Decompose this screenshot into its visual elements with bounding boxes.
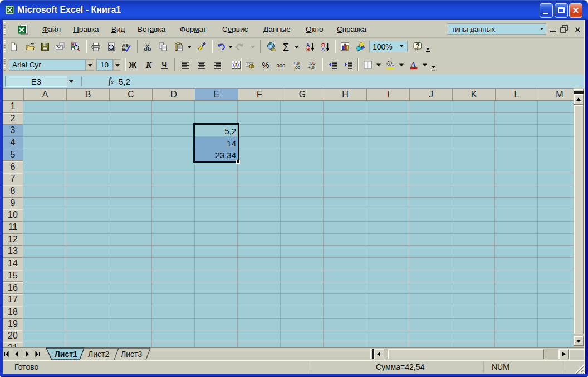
svg-text:Лист1: Лист1 [55,350,77,359]
svg-text:Я: Я [306,47,310,52]
svg-text:Ж: Ж [129,60,137,70]
svg-text:?: ? [416,42,419,49]
svg-text:A: A [411,60,416,68]
svg-text:Лист2: Лист2 [88,350,109,359]
svg-text:Σ: Σ [283,42,289,53]
svg-text:000: 000 [277,62,286,68]
svg-text:,0: ,0 [311,65,315,70]
svg-text:К: К [145,61,152,70]
svg-text:Ч: Ч [162,61,168,69]
svg-text:%: % [262,61,270,70]
svg-text:А: А [321,47,325,52]
svg-text:Лист3: Лист3 [121,350,142,359]
svg-text:,00: ,00 [294,65,301,70]
